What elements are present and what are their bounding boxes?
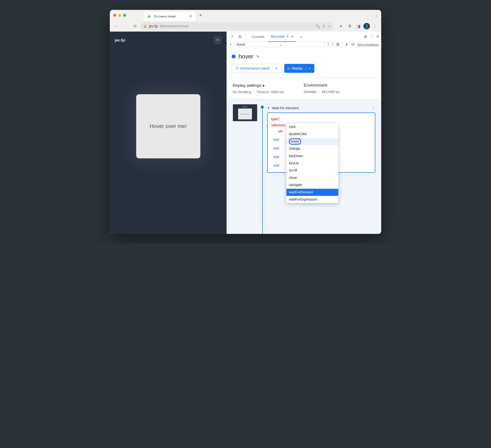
account-icon[interactable]: 👤 xyxy=(363,23,370,29)
recording-title-row: hover ✎ xyxy=(227,47,381,64)
tabs-overflow[interactable]: » xyxy=(298,32,305,42)
titlebar: 🧩 On menu hover ✕ + ⌄ xyxy=(110,10,381,21)
back-button[interactable]: ← xyxy=(112,22,120,30)
address-bar[interactable]: 🔒 jec.fyi/demo/menu-hover 🔍 ⇧ ☆ xyxy=(140,22,334,30)
menu-item-change[interactable]: change xyxy=(286,145,338,152)
add-button[interactable]: Add xyxy=(271,136,281,143)
replay-button[interactable]: ▷ Replay▼ xyxy=(284,64,314,73)
devtools-tabs: ⬀ ⧉ Console Recorder⚗✕ » ⚙ ⋮ ✕ xyxy=(227,32,381,42)
delete-icon[interactable]: 🗑 xyxy=(336,42,340,47)
menu-item-keyup[interactable]: keyUp xyxy=(286,160,338,167)
add-button[interactable]: Add xyxy=(271,162,281,169)
menu-item-navigate[interactable]: navigate xyxy=(286,181,338,188)
step-thumbnail: jec.fyi Hover over me! xyxy=(233,104,257,121)
reload-button[interactable]: ⟳ xyxy=(131,22,139,30)
recording-select[interactable]: hover⌄ xyxy=(237,42,282,46)
theme-toggle[interactable]: ☀ xyxy=(214,36,222,44)
browser-toolbar: ← → ⟳ 🔒 jec.fyi/demo/menu-hover 🔍 ⇧ ☆ ✦ … xyxy=(110,21,381,32)
menu-item-waitforelement[interactable]: waitForElement xyxy=(286,189,338,196)
step-menu-icon[interactable]: ⋮ xyxy=(372,106,375,110)
device-icon[interactable]: ⧉ xyxy=(237,34,243,40)
share-icon[interactable]: ⇧ xyxy=(322,24,325,28)
throttle-value: No throttling xyxy=(233,90,251,94)
step-icon[interactable]: ⏵ xyxy=(345,42,349,47)
devtools-panel: ⬀ ⧉ Console Recorder⚗✕ » ⚙ ⋮ ✕ + hover⌄ … xyxy=(227,32,381,234)
hover-target[interactable]: Hover over me! xyxy=(136,94,200,158)
labs-icon[interactable]: ⚗ xyxy=(346,22,354,30)
url-actions: 🔍 ⇧ ☆ xyxy=(316,24,331,28)
export-icon[interactable]: ⤴ xyxy=(327,42,329,47)
lock-icon: 🔒 xyxy=(143,24,147,28)
timeline-line xyxy=(262,106,263,234)
tab-recorder[interactable]: Recorder⚗✕ xyxy=(268,32,296,42)
menu-item-close[interactable]: close xyxy=(286,174,338,181)
favicon-icon: 🧩 xyxy=(147,14,151,18)
recording-dot-icon xyxy=(232,55,236,58)
dimensions-value: 461×660 px xyxy=(319,90,340,94)
collapse-icon[interactable]: ▼ xyxy=(267,106,270,109)
settings-section: Replay settings ▸ No throttlingTimeout: … xyxy=(227,78,381,99)
environment-heading: Environment xyxy=(304,83,340,88)
inspect-icon[interactable]: ⬀ xyxy=(229,34,235,40)
import-icon[interactable]: ⤵ xyxy=(332,42,334,47)
new-tab-button[interactable]: + xyxy=(199,13,202,18)
recording-title: hover xyxy=(239,53,253,60)
add-button[interactable]: Add xyxy=(271,153,281,161)
settings-icon[interactable]: ⚙ xyxy=(364,34,367,39)
timeout-value: Timeout: 5000 ms xyxy=(254,90,284,94)
bookmark-icon[interactable]: ☆ xyxy=(328,24,331,28)
tab-title: On menu hover xyxy=(154,15,176,18)
chevron-right-icon: ▸ xyxy=(263,83,265,88)
page-content: jec.fyi ☀ Hover over me! xyxy=(110,32,227,234)
chevron-down-icon[interactable]: ▼ xyxy=(272,67,278,70)
site-name: jec.fyi xyxy=(115,38,125,42)
feedback-link[interactable]: Send feedback xyxy=(357,43,379,46)
menu-item-waitforexpression[interactable]: waitForExpression xyxy=(286,196,338,203)
tabs-overflow-icon[interactable]: ⌄ xyxy=(375,13,378,17)
steps-area: jec.fyi Hover over me! ▼Wait for element… xyxy=(227,99,381,234)
sidepanel-icon[interactable]: ◨ xyxy=(355,22,362,30)
traffic-lights xyxy=(113,14,126,17)
performance-panel-button[interactable]: ⏱ Performance panel▼ xyxy=(232,64,281,73)
add-recording-icon[interactable]: + xyxy=(229,42,231,47)
flask-icon: ⚗ xyxy=(286,35,289,38)
menu-item-click[interactable]: click xyxy=(286,123,338,131)
more-icon[interactable]: ⋮ xyxy=(370,34,374,39)
close-window-icon[interactable] xyxy=(113,14,116,17)
slow-icon[interactable]: ⟳ xyxy=(352,42,355,47)
url-path: /demo/menu-hover xyxy=(160,24,189,28)
extensions-icon[interactable]: ✦ xyxy=(337,22,345,30)
menu-item-doubleclick[interactable]: doubleClick xyxy=(286,131,338,138)
edit-title-icon[interactable]: ✎ xyxy=(256,54,260,59)
url-host: jec.fyi xyxy=(149,24,158,28)
close-tab-icon[interactable]: ✕ xyxy=(189,14,192,19)
maximize-window-icon[interactable] xyxy=(123,14,126,17)
tab-console[interactable]: Console xyxy=(249,32,267,42)
close-devtools-icon[interactable]: ✕ xyxy=(376,34,379,39)
browser-tab[interactable]: 🧩 On menu hover ✕ xyxy=(144,12,196,21)
close-panel-icon[interactable]: ✕ xyxy=(291,35,294,38)
zoom-icon[interactable]: 🔍 xyxy=(316,24,320,28)
recorder-toolbar: + hover⌄ ⤴ ⤵ 🗑 ⏵ ⟳ Send feedback xyxy=(227,42,381,47)
forward-button: → xyxy=(122,22,130,30)
minimize-window-icon[interactable] xyxy=(118,14,121,17)
add-button[interactable]: Add xyxy=(271,145,281,152)
menu-item-hover[interactable]: hover xyxy=(286,138,338,145)
device-value: Desktop xyxy=(304,90,316,94)
browser-window: 🧩 On menu hover ✕ + ⌄ ← → ⟳ 🔒 jec.fyi/de… xyxy=(110,10,381,234)
menu-item-keydown[interactable]: keyDown xyxy=(286,152,338,160)
replay-settings-heading[interactable]: Replay settings ▸ xyxy=(233,83,284,88)
chevron-down-icon[interactable]: ▼ xyxy=(306,67,311,70)
menu-icon[interactable]: ⋮ xyxy=(371,22,379,30)
menu-item-scroll[interactable]: scroll xyxy=(286,167,338,174)
step-editor[interactable]: type: selectors: sel Add Add Add Add cli… xyxy=(267,112,375,173)
step-wait-for-element[interactable]: ▼Wait for element⋮ type: selectors: sel … xyxy=(267,104,375,173)
type-autocomplete-menu: click doubleClick hover change keyDown k… xyxy=(286,123,338,203)
type-input[interactable] xyxy=(279,117,279,121)
